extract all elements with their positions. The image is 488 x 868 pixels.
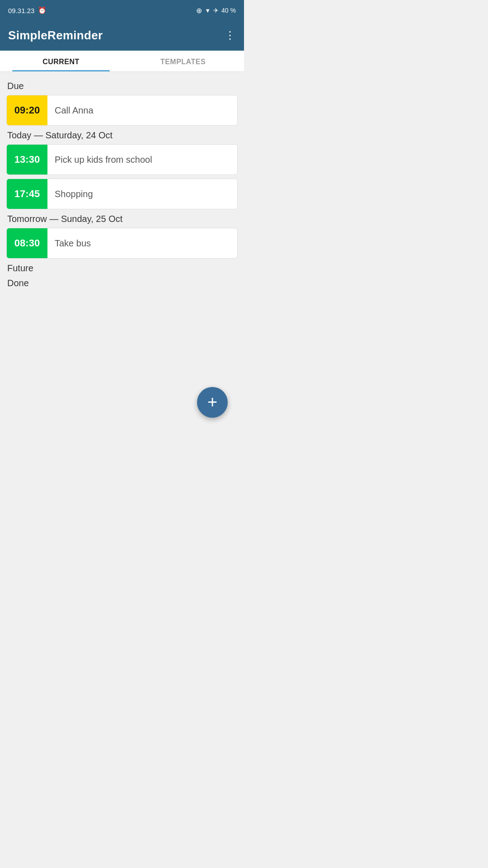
section-tomorrow-header: Tomorrow — Sunday, 25 Oct — [7, 214, 238, 224]
time-badge-0830: 08:30 — [7, 228, 47, 258]
tab-current[interactable]: CURRENT — [0, 51, 122, 71]
reminder-text-pickup-kids: Pick up kids from school — [47, 155, 237, 165]
reminder-text-take-bus: Take bus — [47, 238, 237, 249]
add-reminder-fab[interactable]: + — [197, 387, 228, 418]
app-title: SimpleReminder — [8, 28, 103, 42]
time-badge-1330: 13:30 — [7, 145, 47, 175]
circle-plus-icon: ⊕ — [196, 6, 202, 15]
more-options-icon[interactable]: ⋮ — [225, 30, 236, 41]
section-done-header: Done — [7, 278, 238, 288]
reminder-text-call-anna: Call Anna — [47, 105, 237, 116]
airplane-icon: ✈ — [213, 7, 219, 14]
wifi-icon: ▼ — [205, 7, 211, 14]
status-left: 09.31.23 ⏰ — [8, 6, 47, 14]
reminder-take-bus[interactable]: 08:30 Take bus — [6, 228, 238, 259]
reminder-shopping[interactable]: 17:45 Shopping — [6, 179, 238, 209]
time-badge-1745: 17:45 — [7, 179, 47, 209]
tab-templates[interactable]: TEMPLATES — [122, 51, 244, 71]
section-future-header: Future — [7, 263, 238, 274]
time-badge-0920: 09:20 — [7, 95, 47, 125]
reminder-call-anna[interactable]: 09:20 Call Anna — [6, 95, 238, 126]
plus-icon: + — [207, 393, 217, 410]
app-bar: SimpleReminder ⋮ — [0, 20, 244, 51]
status-time: 09.31.23 — [8, 7, 34, 14]
section-today-header: Today — Saturday, 24 Oct — [7, 130, 238, 141]
reminder-pickup-kids[interactable]: 13:30 Pick up kids from school — [6, 144, 238, 175]
alarm-icon: ⏰ — [38, 6, 47, 14]
reminder-text-shopping: Shopping — [47, 189, 237, 199]
tab-bar: CURRENT TEMPLATES — [0, 51, 244, 72]
status-bar: 09.31.23 ⏰ ⊕ ▼ ✈ 40 % — [0, 0, 244, 20]
main-content: Due 09:20 Call Anna Today — Saturday, 24… — [0, 72, 244, 433]
battery-status: 40 % — [221, 7, 236, 14]
status-right: ⊕ ▼ ✈ 40 % — [196, 6, 236, 15]
section-due-header: Due — [7, 81, 238, 91]
